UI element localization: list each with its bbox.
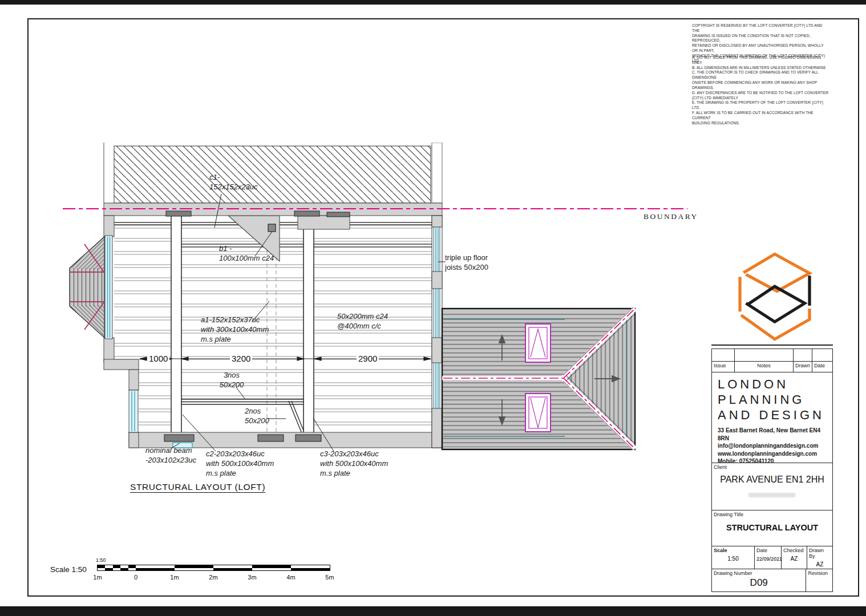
company-name-line: AND DESIGN bbox=[718, 408, 832, 423]
date-label: Date bbox=[756, 548, 779, 553]
titleblock-top-rule bbox=[711, 345, 833, 346]
annotation-c1-beam: c1- 152x152x23uc bbox=[209, 173, 258, 192]
padstone bbox=[164, 435, 194, 441]
scale-ratio: 1:50 bbox=[96, 557, 106, 563]
company-name-line: PLANNING bbox=[718, 392, 832, 408]
number-row: Drawing Number D09 Revision bbox=[711, 569, 833, 592]
party-wall-hatch bbox=[104, 143, 442, 203]
annotation-3nos: 3nos 50x200 bbox=[214, 371, 249, 390]
drawing-title-value: STRUCTURAL LAYOUT bbox=[726, 523, 832, 532]
checked-value: AZ bbox=[783, 556, 805, 562]
annotation-triple-joists: triple up floor joists 50x200 bbox=[445, 253, 488, 273]
revision-label: Revision bbox=[808, 570, 831, 576]
column-c2 bbox=[171, 216, 181, 437]
padstone bbox=[258, 435, 284, 441]
scale-bar bbox=[97, 565, 330, 571]
padstone bbox=[166, 211, 191, 216]
scale-tick: 0 bbox=[134, 574, 137, 581]
drawn-by-label: Drawn By bbox=[809, 548, 831, 559]
scale-value: 1:50 bbox=[714, 556, 752, 562]
scale-tick: 1m bbox=[93, 574, 102, 581]
scale-tick: 5m bbox=[325, 574, 334, 581]
client-panel: Client PARK AVENUE EN1 2HH bbox=[711, 463, 833, 510]
issue-header: Issue bbox=[712, 362, 735, 372]
client-label: Client bbox=[712, 463, 832, 471]
date-value: 22/09/2021 bbox=[756, 556, 779, 562]
scale-caption: Scale 1:50 bbox=[50, 565, 87, 574]
bottom-trim-bar bbox=[0, 606, 866, 616]
scale-row: Scale 1:50 Date 22/09/2021 Checked AZ Dr… bbox=[711, 546, 833, 569]
drawing-title-panel: Drawing Title STRUCTURAL LAYOUT bbox=[711, 510, 833, 546]
drawn-header: Drawn bbox=[794, 362, 812, 372]
padstone bbox=[294, 211, 319, 216]
column-c3 bbox=[303, 216, 314, 437]
dimension-2900: 2900 bbox=[357, 354, 379, 363]
skylight-bottom bbox=[525, 394, 551, 432]
side-window bbox=[129, 390, 138, 432]
client-value: PARK AVENUE EN1 2HH bbox=[712, 475, 832, 485]
annotation-c3-column: c3-203x203x46uc with 500x100x40mm m.s pl… bbox=[320, 449, 388, 479]
annotation-joist-spec: 50x200mm c24 @400mm c/c bbox=[337, 312, 388, 331]
dimension-1000: 1000 bbox=[147, 354, 169, 363]
drawing-number-label: Drawing Number bbox=[714, 570, 804, 576]
notes-header: Notes bbox=[735, 362, 794, 372]
skylight-top bbox=[525, 324, 551, 362]
dimension-3200: 3200 bbox=[230, 354, 252, 363]
drawn-by-value: AZ bbox=[809, 561, 831, 568]
annotation-b1-post: b1 - 100x100mm c24 bbox=[219, 244, 274, 264]
brand-logo bbox=[732, 249, 818, 342]
rear-roof-plan bbox=[442, 307, 635, 450]
boundary-label: BOUNDARY bbox=[644, 212, 698, 221]
bay-glazing bbox=[105, 236, 112, 339]
issue-table: Issue Notes Drawn Date bbox=[711, 348, 833, 372]
scale-tick: 3m bbox=[248, 574, 256, 581]
drawing-sheet: { "page": { "copyright": "COPYRIGHT IS R… bbox=[0, 0, 866, 616]
top-trim-bar bbox=[0, 0, 866, 5]
padstone bbox=[296, 435, 321, 441]
plan-title: STRUCTURAL LAYOUT (LOFT) bbox=[130, 482, 265, 492]
company-name-line: LONDON bbox=[718, 377, 832, 392]
drawing-title-label: Drawing Title bbox=[712, 510, 832, 518]
annotation-a1-beam: a1-152x152x37uc with 300x100x40mm m.s pl… bbox=[201, 315, 269, 345]
checked-label: Checked bbox=[783, 548, 805, 553]
drawing-number-value: D09 bbox=[714, 577, 804, 589]
right-wall bbox=[432, 216, 442, 448]
bay-window-roof bbox=[67, 234, 112, 341]
scale-tick: 2m bbox=[209, 574, 217, 581]
annotation-2nos: 2nos 50x200 bbox=[245, 407, 269, 426]
date-header: Date bbox=[812, 362, 832, 372]
padstone bbox=[327, 212, 350, 217]
scale-tick: 1m bbox=[170, 574, 179, 581]
erased-text-remnant bbox=[748, 493, 795, 497]
general-notes-text: A. DO NOT SCALE FROM THIS DRAWING. USE F… bbox=[692, 55, 829, 126]
annotation-c2-column: c2-203x203x46uc with 500x100x40mm m.s pl… bbox=[206, 449, 274, 479]
b1-post bbox=[268, 224, 276, 232]
scale-label: Scale bbox=[714, 548, 752, 553]
company-panel: LONDON PLANNING AND DESIGN 33 East Barne… bbox=[711, 372, 833, 463]
annotation-nominal-beam: nominal beam -203x102x23uc bbox=[145, 446, 196, 465]
structural-plan bbox=[57, 143, 696, 457]
scale-tick: 4m bbox=[286, 574, 295, 581]
